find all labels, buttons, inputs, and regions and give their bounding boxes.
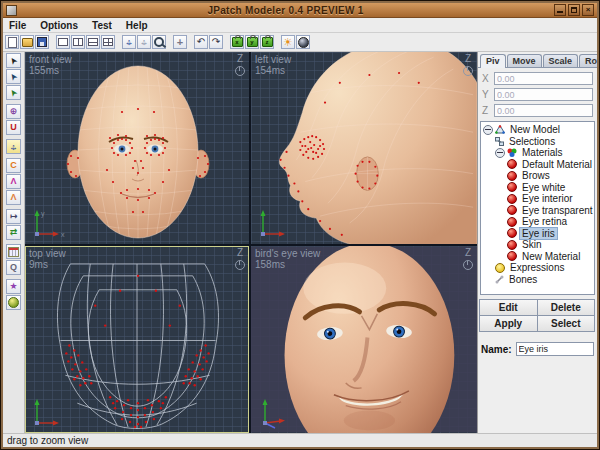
zoom-view-button[interactable] xyxy=(152,35,166,49)
minimize-button[interactable] xyxy=(554,4,566,16)
swap-axes-tool-button[interactable]: ⇄ xyxy=(6,225,21,240)
quad-view-button[interactable] xyxy=(101,35,115,49)
inspector-panel: Piv Move Scale Rot X Y Z New Model Selec… xyxy=(477,52,597,433)
open-button[interactable] xyxy=(20,35,34,49)
apply-button[interactable]: Apply xyxy=(479,315,538,332)
hide-tool-button[interactable]: Q xyxy=(6,260,21,275)
collapse-handle-icon[interactable] xyxy=(495,148,505,158)
tree-item-default-material[interactable]: Default Material xyxy=(483,159,594,171)
svg-text:x: x xyxy=(61,231,65,238)
lock-y-icon: y xyxy=(247,37,258,47)
viewport-front[interactable]: front view 155ms Z xyxy=(25,52,249,244)
tree-item-selections[interactable]: Selections xyxy=(483,136,594,148)
menu-file[interactable]: File xyxy=(9,20,26,31)
tab-rot[interactable]: Rot xyxy=(579,54,597,67)
left-view-render-time: 154ms xyxy=(255,65,291,76)
name-row: Name: xyxy=(478,332,597,356)
select-button[interactable]: Select xyxy=(537,315,596,332)
y-field[interactable] xyxy=(494,88,593,101)
center-point-button[interactable]: + xyxy=(173,35,187,49)
front-view-rotate-knob[interactable] xyxy=(235,66,245,76)
pointer-tool-button[interactable]: ➤ xyxy=(6,53,21,68)
edit-button[interactable]: Edit xyxy=(479,299,538,316)
maximize-button[interactable] xyxy=(568,4,580,16)
status-text: drag to zoom view xyxy=(7,435,88,446)
menu-options[interactable]: Options xyxy=(40,20,78,31)
pointer-add-tool-button[interactable]: ➤ xyxy=(6,69,21,84)
tree-item-eye-transparent[interactable]: Eye transparent xyxy=(483,205,594,217)
minimize-icon xyxy=(557,7,563,13)
curve-icon: C xyxy=(10,161,17,170)
z-field[interactable] xyxy=(494,104,593,117)
rotate-u-icon: U xyxy=(10,123,17,132)
tree-item-skin[interactable]: Skin xyxy=(483,239,594,251)
collapse-handle-icon[interactable] xyxy=(483,125,493,135)
split-horizontal-button[interactable] xyxy=(71,35,85,49)
render-sphere-icon xyxy=(298,37,309,48)
lock-y-button[interactable]: y xyxy=(245,35,259,49)
tree-item-new-material[interactable]: New Material xyxy=(483,251,594,263)
tab-scale[interactable]: Scale xyxy=(543,54,579,67)
pointer-extend-tool-button[interactable]: ➤ xyxy=(6,85,21,100)
delete-button[interactable]: Delete xyxy=(537,299,596,316)
undo-button[interactable]: ↶ xyxy=(194,35,208,49)
peak-tool-button[interactable]: Λ xyxy=(6,174,21,189)
magnifier-icon xyxy=(154,37,164,47)
save-button[interactable] xyxy=(35,35,49,49)
birds-eye-view-axis-label: Z xyxy=(463,248,473,258)
tree-item-eye-retina[interactable]: Eye retina xyxy=(483,216,594,228)
new-file-button[interactable] xyxy=(5,35,19,49)
viewport-left[interactable]: left view 154ms Z xyxy=(251,52,477,244)
viewport-top[interactable]: top view 9ms Z xyxy=(25,246,249,433)
left-view-rotate-knob[interactable] xyxy=(463,66,473,76)
lighting-button[interactable]: ☀ xyxy=(281,35,295,49)
front-view-label: front view xyxy=(29,54,72,65)
tree-item-eye-iris[interactable]: Eye iris xyxy=(483,228,594,240)
material-tool-button[interactable] xyxy=(6,295,21,310)
material-icon xyxy=(507,182,517,192)
tab-piv[interactable]: Piv xyxy=(480,54,506,68)
pan-points-button[interactable]: ↔↕ xyxy=(137,35,151,49)
curve-tool-button[interactable]: C xyxy=(6,158,21,173)
move-icon: ↔↕ xyxy=(9,142,19,152)
materials-icon xyxy=(507,148,517,157)
menu-help[interactable]: Help xyxy=(126,20,148,31)
render-button[interactable] xyxy=(296,35,310,49)
undo-icon: ↶ xyxy=(197,37,205,47)
star-tool-button[interactable]: ★ xyxy=(6,279,21,294)
tab-move[interactable]: Move xyxy=(507,54,542,67)
tree-item-new-model[interactable]: New Model xyxy=(483,124,594,136)
lock-z-button[interactable]: z xyxy=(260,35,274,49)
birds-eye-view-rotate-knob[interactable] xyxy=(463,260,473,270)
single-view-button[interactable] xyxy=(56,35,70,49)
x-field[interactable] xyxy=(494,72,593,85)
tree-item-eye-white[interactable]: Eye white xyxy=(483,182,594,194)
sphere-tool-button[interactable]: ⊕ xyxy=(6,104,21,119)
split-vertical-button[interactable] xyxy=(86,35,100,49)
viewport-birds-eye[interactable]: bird's eye view 158ms Z xyxy=(251,246,477,433)
tree-item-eye-interior[interactable]: Eye interior xyxy=(483,193,594,205)
tree-item-expressions[interactable]: Expressions xyxy=(483,262,594,274)
hide-icon: Q xyxy=(10,263,17,272)
close-button[interactable] xyxy=(582,4,594,16)
name-input[interactable] xyxy=(516,342,594,356)
toolbar: ↔↕ ↔↕ + ↶ ↷ x y z ☀ xyxy=(3,33,597,52)
top-view-rotate-knob[interactable] xyxy=(235,260,245,270)
pan-view-button[interactable]: ↔↕ xyxy=(122,35,136,49)
move-tool-button[interactable]: ↔↕ xyxy=(6,139,21,154)
tree-item-bones[interactable]: Bones xyxy=(483,274,594,286)
round-tool-button[interactable]: Λ xyxy=(6,190,21,205)
birds-eye-view-label: bird's eye view xyxy=(255,248,320,259)
tree-item-materials[interactable]: Materials xyxy=(483,147,594,159)
material-icon xyxy=(507,228,517,238)
titlebar[interactable]: JPatch Modeler 0.4 PREVIEW 1 xyxy=(3,3,597,18)
pan-points-icon: ↔↕ xyxy=(139,37,149,47)
redo-button[interactable]: ↷ xyxy=(209,35,223,49)
lock-x-button[interactable]: x xyxy=(230,35,244,49)
tree-item-brows[interactable]: Brows xyxy=(483,170,594,182)
constrain-tool-button[interactable]: ↦ xyxy=(6,209,21,224)
peak-orange-icon: Λ xyxy=(10,193,16,202)
lattice-tool-button[interactable] xyxy=(6,244,21,259)
menu-test[interactable]: Test xyxy=(92,20,112,31)
rotate-tool-button[interactable]: U xyxy=(6,120,21,135)
